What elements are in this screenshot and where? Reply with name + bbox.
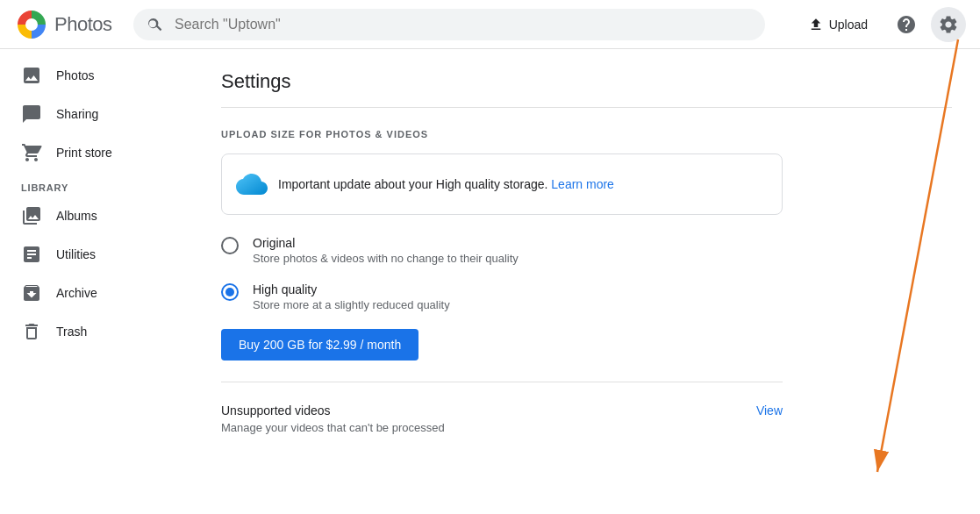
search-input[interactable] [175, 17, 751, 32]
page-title: Settings [221, 70, 952, 93]
archive-icon [21, 282, 42, 303]
high-quality-option-text: High quality Store more at a slightly re… [253, 282, 450, 311]
help-icon [896, 14, 917, 35]
trash-icon [21, 321, 42, 342]
search-icon [147, 16, 164, 33]
upload-icon [808, 17, 824, 32]
svg-point-0 [25, 18, 38, 31]
sidebar-item-archive[interactable]: Archive [0, 274, 186, 312]
sidebar-item-utilities[interactable]: Utilities [0, 235, 186, 274]
view-link[interactable]: View [756, 403, 783, 418]
app-header: Photos Upload [0, 0, 980, 49]
info-banner: Important update about your High quality… [221, 153, 783, 215]
sidebar-item-photos[interactable]: Photos [0, 56, 186, 95]
utilities-icon [21, 244, 42, 265]
banner-text: Important update about your High quality… [278, 177, 614, 191]
sidebar-item-sharing[interactable]: Sharing [0, 95, 186, 133]
search-bar [133, 9, 765, 40]
sidebar-item-print-store[interactable]: Print store [0, 133, 186, 172]
logo[interactable]: Photos [14, 7, 112, 42]
library-section-label: LIBRARY [0, 172, 193, 196]
photo-icon [21, 65, 42, 86]
main-content: Settings UPLOAD SIZE FOR PHOTOS & VIDEOS… [193, 49, 980, 514]
sidebar: Photos Sharing Print store LIBRARY Album… [0, 49, 193, 514]
sidebar-item-trash[interactable]: Trash [0, 312, 186, 351]
cart-icon [21, 142, 42, 163]
cloud-icon [236, 168, 268, 200]
header-actions: Upload [794, 7, 966, 42]
sidebar-item-albums[interactable]: Albums [0, 196, 186, 235]
sharing-icon [21, 104, 42, 125]
unsupported-desc: Manage your videos that can't be process… [221, 421, 445, 434]
unsupported-title: Unsupported videos [221, 403, 445, 418]
upload-section-label: UPLOAD SIZE FOR PHOTOS & VIDEOS [221, 129, 952, 139]
help-button[interactable] [889, 7, 924, 42]
logo-text: Photos [54, 13, 112, 36]
app-layout: Photos Sharing Print store LIBRARY Album… [0, 49, 980, 514]
high-quality-radio[interactable] [221, 283, 239, 301]
banner-learn-more-link[interactable]: Learn more [551, 177, 614, 191]
albums-icon [21, 205, 42, 226]
original-option-text: Original Store photos & videos with no c… [253, 236, 519, 265]
original-option[interactable]: Original Store photos & videos with no c… [221, 236, 952, 265]
upload-button[interactable]: Upload [794, 10, 882, 39]
original-radio[interactable] [221, 237, 239, 254]
settings-button[interactable] [931, 7, 966, 42]
buy-storage-button[interactable]: Buy 200 GB for $2.99 / month [221, 329, 418, 361]
google-photos-logo-icon [14, 7, 49, 42]
gear-icon [938, 14, 959, 35]
unsupported-videos-section: Unsupported videos Manage your videos th… [221, 382, 783, 434]
high-quality-option[interactable]: High quality Store more at a slightly re… [221, 282, 952, 311]
section-divider [221, 107, 952, 108]
